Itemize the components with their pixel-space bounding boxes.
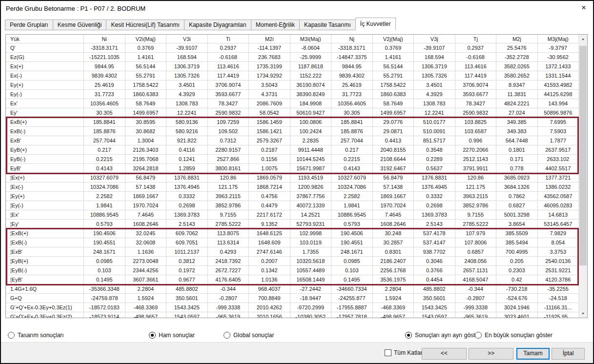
cell: 37867.7756 [290,192,331,201]
cell: 1586.1421 [249,127,290,136]
table-row[interactable]: Ex'10356.460558.76491308.78378.34272086.… [6,99,579,108]
table-row[interactable]: Ey(-)31.77231860.63834.39293593.66774.37… [6,90,579,99]
table-row[interactable]: ¦EyB'0.14953607.36610.96774176.64051.013… [6,275,579,284]
cell: 7.9829 [537,229,579,238]
table-row[interactable]: Ex(-)9839.430255.27911305.7326117.441917… [6,71,579,81]
cell: 0.4413 [372,136,414,145]
scroll-down-icon[interactable]: ▼ [579,309,587,318]
table-row[interactable]: G'+Q'+Ex-0.3Ey+0.3Ez(2)-18573.9114-498.9… [6,312,579,318]
column-header: M3j(Maj) [537,35,579,43]
cell: -25.9999 [290,53,331,62]
cell: -3318.3171 [84,43,125,53]
table-row[interactable]: Q'-3318.31710.3769-39.91070.2937-114.139… [6,43,579,53]
cell: 184.9908 [290,99,331,108]
cell: 56.8479 [372,173,414,182]
table-row[interactable]: EyB'0.41433264.28181.28593800.81611.0075… [6,164,579,173]
table-row[interactable]: ¦Ex(+)10327.607956.84791376.8831120.8618… [6,173,579,182]
table-row[interactable]: G'+Q'+Ex-0.3Ey+0.3Ez(1)-18572.0183-468.3… [6,303,579,312]
tab-ic-kuvvetler[interactable]: İç Kuvvetler [355,18,396,30]
tab-moment-egrilik[interactable]: Moment-Eğrilik [251,20,300,30]
tab-kesme-guvenligi[interactable]: Kesme Güvenliği [53,20,107,30]
tab-kesit-hucresi-lif-tasarimi[interactable]: Kesit Hücresi(Lif) Tasarımı [106,20,184,30]
table-row[interactable]: G+Q-24759.8781.5924350.5601-0.2807700.88… [6,294,579,303]
ok-button[interactable]: Tamam [516,348,550,360]
cell: 100.2424 [290,127,331,136]
cell: -17955.8887 [331,303,373,312]
cell: 0.9677 [166,275,208,284]
table-row[interactable]: EyB(+)0.2172126.34030.41162280.91570.218… [6,145,579,155]
radio-en-buyuk-sonuclari-goster[interactable]: En büyük sonuçları göster [475,332,553,339]
cell: -965.3619 [455,312,496,318]
cell: 38390.8249 [290,90,331,99]
radio-ham-sonuclar[interactable]: Ham sonuçlar [149,332,195,339]
table-row[interactable]: ¦Ey(+)2.25821869.16670.33323963.21150.47… [6,192,579,201]
table-row[interactable]: ¦EyB(+)0.09852273.00480.38122418.73920.2… [6,257,579,266]
table-row[interactable]: EyB(-)0.22152195.70680.12412527.8660.115… [6,155,579,164]
scrollbar-thumb[interactable] [579,46,587,265]
table-row[interactable]: Ey'30.3051499.695712.22412590.983258.054… [6,108,579,118]
row-label: Ex(-) [6,71,84,81]
radio-tasarim-sonuclari[interactable]: Tasarım sonuçları [8,332,64,339]
cell: -10380.3052 [290,312,331,318]
table-row[interactable]: ExB(+)185.884130.8595580.9136109.7259158… [6,118,579,127]
cell: 190.4506 [84,229,125,238]
table-row[interactable]: 1.4G+1.6Q-35366.33482.2804485.8802-0.344… [6,284,579,294]
cell: 7.6995 [537,118,579,127]
next-button[interactable]: >> [469,348,513,360]
table-row[interactable]: ¦Ex'10886.95457.46451369.37839.71552217.… [6,210,579,220]
cell: 1.1636 [125,247,166,257]
table-row[interactable]: ¦Ex(-)10324.708657.14381376.4945121.1751… [6,182,579,192]
column-header: Ti [207,35,249,43]
table-row[interactable]: Ey(+)25.46191758.54223.45013706.90743.50… [6,81,579,90]
cell: 121.175 [207,182,249,192]
table-row[interactable]: ExB'257.70441.3004921.8220.73122579.3267… [6,136,579,145]
row-label: Ey' [6,108,84,118]
cell: 1386.0232 [537,182,579,192]
tab-kapasite-tasarimi[interactable]: Kapasite Tasarımı [299,20,356,30]
table-row[interactable]: Ex(+)9844.9556.51441306.3719113.46161735… [6,62,579,71]
cell: 9844.95 [84,62,125,71]
table-row[interactable]: ExB(-)185.887630.8682580.9216109.5021586… [6,127,579,136]
forces-table: YükNiV2i(Maj)V3iTiM2iM3i(Maj)NjV2j(Maj)V… [6,35,579,318]
row-label: EyB(-) [6,155,84,164]
cell: 10320.5618 [290,257,331,266]
table-row[interactable]: ¦ExB'248.16711.16361011.21370.42932747.6… [6,247,579,257]
cell: 143.994 [537,99,579,108]
cell: 113.4616 [207,62,249,71]
previous-button[interactable]: << [422,348,467,360]
all-floors-checkbox[interactable] [385,349,391,356]
cell: 1608.2646 [125,220,166,229]
table-row[interactable]: ¦Ey(-)1.98411970.70240.26983852.97860.44… [6,201,579,210]
table-row[interactable]: ¦EyB(-)0.1032344.42560.19722672.72270.13… [6,266,579,275]
cell: 1586.1459 [249,118,290,127]
cell: 1331.1544 [537,71,579,81]
cell: -14847.3375 [331,53,373,62]
cell: 185.8841 [84,118,125,127]
tab-perde-gruplari[interactable]: Perde Grupları [5,20,53,30]
cell: 2.5143 [166,220,208,229]
radio-global-sonuclar[interactable]: Global sonuçlar [224,332,274,339]
radio-sonuclari-ayri-ayri-goster[interactable]: Sonuçları ayrı ayrı göster [405,332,480,339]
cell: -3318.3171 [331,43,373,53]
table-row[interactable]: ¦Ey'0.57931608.26462.51432785.52229.1352… [6,220,579,229]
cancel-button[interactable]: İptal [552,348,585,360]
scroll-up-icon[interactable]: ▲ [579,35,587,43]
vertical-scrollbar[interactable]: ▲ ▼ [578,35,587,318]
cell: 121.175 [455,182,496,192]
cell: 10557.4489 [290,266,331,275]
cell: 0.3766 [414,266,455,275]
cell: 1758.5422 [372,81,414,90]
all-floors-label: Tüm Katlar [394,349,423,356]
cell: 10886.9545 [84,210,125,220]
tab-kapasite-diyagramlari[interactable]: Kapasite Diyagramları [184,20,251,30]
cell: 349.383 [496,127,538,136]
cell: 58.7649 [125,99,166,108]
table-row[interactable]: ¦ExB(+)190.450632.0245609.7062113.807516… [6,229,579,238]
table-row[interactable]: ¦ExB(-)190.455132.0608609.7051113.631416… [6,238,579,247]
cell: 0.4454 [414,275,455,284]
cell: 1499.6957 [372,108,414,118]
table-row[interactable]: Ez(G)-15221.10351.4161168.594-0.6168236.… [6,53,579,62]
row-label: G+Q [6,294,84,303]
close-icon[interactable]: × [581,3,586,12]
cell: 0.5637 [414,164,455,173]
